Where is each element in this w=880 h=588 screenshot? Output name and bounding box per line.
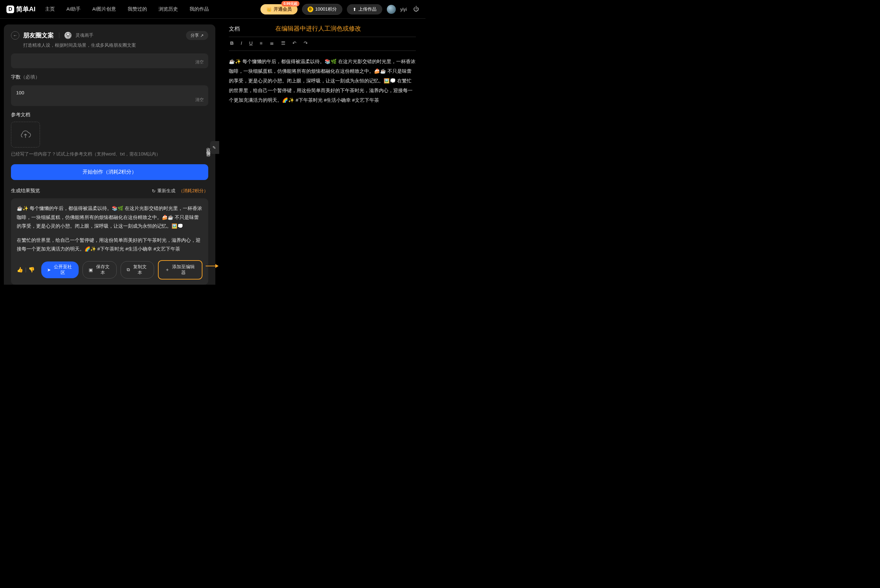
publish-button[interactable]: ➤ 公开至社区 <box>41 261 79 278</box>
nav-liked[interactable]: 我赞过的 <box>128 6 147 12</box>
back-button[interactable]: ← <box>11 31 20 40</box>
card-header: ← 朋友圈文案 🐼 灵魂画手 分享 ↗ <box>11 31 208 40</box>
right-panel: ✎ 收起编辑器 文档 在编辑器中进行人工润色或修改 B I U ≡ ≣ ☰ ↶ … <box>219 19 426 285</box>
card-subtitle: 打造精准人设，根据时间及场景，生成多风格朋友圈文案 <box>23 42 208 48</box>
preview-title: 生成结果预览 <box>11 188 40 194</box>
username: yiyi <box>400 7 407 12</box>
editor-hint: 在编辑器中进行人工润色或修改 <box>275 24 361 33</box>
reference-section: 参考文档 已经写了一些内容了？试试上传参考文档（支持word、txt，需在10M… <box>11 112 208 157</box>
upload-zone[interactable] <box>11 122 40 147</box>
upload-label: 上传作品 <box>358 6 376 12</box>
regen-cost: （消耗2积分） <box>179 188 208 194</box>
nav-works[interactable]: 我的作品 <box>190 6 209 12</box>
reference-label: 参考文档 <box>11 112 208 118</box>
unordered-list-icon[interactable]: ☰ <box>281 40 285 46</box>
clear-button[interactable]: 清空 <box>196 59 204 65</box>
undo-icon[interactable]: ↶ <box>292 40 296 46</box>
wordcount-input[interactable]: 100 清空 <box>11 86 208 106</box>
preview-header: 生成结果预览 ↻ 重新生成 （消耗2积分） <box>11 188 208 194</box>
upload-hint: 已经写了一些内容了？试试上传参考文档（支持word、txt，需在10M以内） <box>11 152 208 157</box>
ordered-list-icon[interactable]: ≣ <box>270 40 274 46</box>
editor-header: 文档 在编辑器中进行人工润色或修改 <box>229 24 416 33</box>
left-panel: ← 朋友圈文案 🐼 灵魂画手 分享 ↗ 打造精准人设，根据时间及场景，生成多风格… <box>0 19 219 285</box>
underline-icon[interactable]: U <box>249 40 253 46</box>
main-nav: 主页 AI助手 AI图片创意 我赞过的 浏览历史 我的作品 <box>45 6 209 12</box>
vip-button[interactable]: 👑 开通会员 0.99元起 <box>260 4 298 15</box>
upload-icon: ⬆ <box>353 7 357 12</box>
card-title: 朋友圈文案 <box>23 31 54 40</box>
prompt-input[interactable]: 清空 <box>11 54 208 68</box>
arrow-annotation <box>206 264 218 268</box>
wordcount-label: 字数（必填） <box>11 74 208 80</box>
crown-icon: 👑 <box>266 7 272 12</box>
logo-text: 简单AI <box>16 5 35 14</box>
regenerate-button[interactable]: ↻ 重新生成 <box>152 188 175 194</box>
result-actions: 👍 | 👎 ➤ 公开至社区 ▣ 保存文本 ⧉ <box>17 260 202 279</box>
share-button[interactable]: 分享 ↗ <box>186 31 208 40</box>
align-icon[interactable]: ≡ <box>260 40 263 46</box>
cloud-upload-icon <box>20 129 31 140</box>
vip-badge: 0.99元起 <box>281 1 299 6</box>
share-icon: ↗ <box>200 33 204 38</box>
rating-group: 👍 | 👎 <box>17 267 35 273</box>
italic-icon[interactable]: I <box>241 40 242 46</box>
author-avatar-icon: 🐼 <box>65 32 72 39</box>
bold-icon[interactable]: B <box>230 40 234 46</box>
editor-toolbar: B I U ≡ ≣ ☰ ↶ ↷ <box>229 37 416 51</box>
result-para-2: 在繁忙的世界里，给自己一个暂停键，用这份简单而美好的下午茶时光，滋养内心，迎接每… <box>17 236 202 254</box>
nav-home[interactable]: 主页 <box>45 6 55 12</box>
result-para-1: ☕✨ 每个慵懒的午后，都值得被温柔以待。📚🌿 在这片光影交错的时光里，一杯香浓咖… <box>17 204 202 231</box>
points-value: 10001积分 <box>315 6 337 12</box>
result-box: ☕✨ 每个慵懒的午后，都值得被温柔以待。📚🌿 在这片光影交错的时光里，一杯香浓咖… <box>11 198 208 285</box>
main-area: ← 朋友圈文案 🐼 灵魂画手 分享 ↗ 打造精准人设，根据时间及场景，生成多风格… <box>0 19 426 285</box>
clear-button[interactable]: 清空 <box>196 97 204 103</box>
pencil-icon: ✎ <box>212 145 217 150</box>
divider <box>59 33 59 38</box>
save-icon: ▣ <box>89 267 93 272</box>
coin-icon: D <box>307 6 313 12</box>
copy-text-button[interactable]: ⧉ 复制文本 <box>120 261 154 279</box>
preview-section: 生成结果预览 ↻ 重新生成 （消耗2积分） ☕✨ 每个慵懒的午后，都值得被温柔以… <box>11 188 208 285</box>
app-header: D 简单AI 主页 AI助手 AI图片创意 我赞过的 浏览历史 我的作品 👑 开… <box>0 0 426 19</box>
save-text-button[interactable]: ▣ 保存文本 <box>83 261 117 279</box>
share-label: 分享 <box>191 33 199 38</box>
creation-card: ← 朋友圈文案 🐼 灵魂画手 分享 ↗ 打造精准人设，根据时间及场景，生成多风格… <box>4 24 215 285</box>
logo-icon: D <box>6 6 14 13</box>
redo-icon[interactable]: ↷ <box>304 40 308 46</box>
vip-label: 开通会员 <box>274 6 292 12</box>
upload-works-button[interactable]: ⬆ 上传作品 <box>347 4 382 15</box>
wordcount-value: 100 <box>16 90 203 95</box>
collapse-editor-tab[interactable]: ✎ 收起编辑器 <box>210 141 219 154</box>
user-avatar[interactable] <box>387 5 396 14</box>
result-text: ☕✨ 每个慵懒的午后，都值得被温柔以待。📚🌿 在这片光影交错的时光里，一杯香浓咖… <box>17 204 202 254</box>
doc-label: 文档 <box>229 25 240 33</box>
editor-content[interactable]: ☕✨ 每个慵懒的午后，都值得被温柔以待。📚🌿 在这片光影交错的时光里，一杯香浓咖… <box>229 51 416 105</box>
points-button[interactable]: D 10001积分 <box>302 4 342 15</box>
add-to-editor-button[interactable]: ＋ 添加至编辑器 <box>158 260 202 279</box>
thumbs-up-icon[interactable]: 👍 <box>17 267 23 273</box>
author-name: 灵魂画手 <box>75 33 93 38</box>
refresh-icon: ↻ <box>152 188 156 194</box>
power-icon[interactable]: ⏻ <box>413 6 419 12</box>
start-create-button[interactable]: 开始创作（消耗2积分） <box>11 164 208 180</box>
nav-history[interactable]: 浏览历史 <box>159 6 178 12</box>
header-right: 👑 开通会员 0.99元起 D 10001积分 ⬆ 上传作品 yiyi ⏻ <box>260 4 419 15</box>
rating-sep: | <box>25 267 26 273</box>
logo[interactable]: D 简单AI <box>6 5 35 14</box>
nav-assistant[interactable]: AI助手 <box>66 6 81 12</box>
thumbs-down-icon[interactable]: 👎 <box>29 267 35 273</box>
plus-icon: ＋ <box>165 267 170 273</box>
send-icon: ➤ <box>47 267 51 272</box>
copy-icon: ⧉ <box>127 267 130 272</box>
nav-image[interactable]: AI图片创意 <box>92 6 116 12</box>
